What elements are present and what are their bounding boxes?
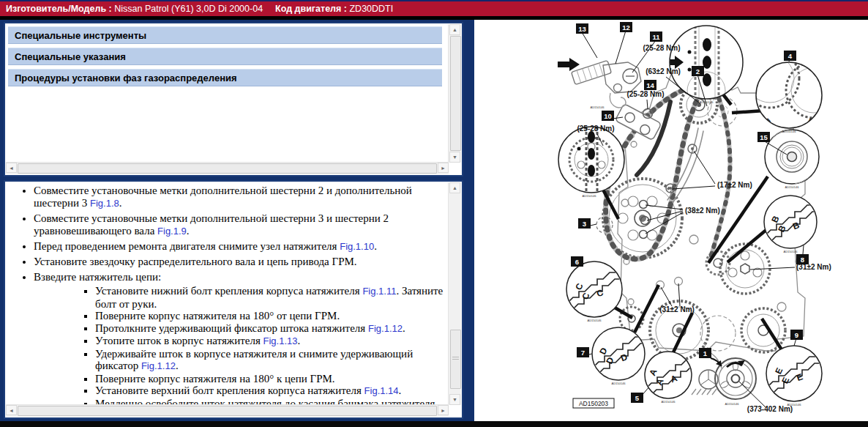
mark-detail-circle-c6: CCC (566, 261, 622, 317)
procedure-panel: Совместите установочные метки дополнител… (4, 180, 463, 419)
step-text: Установите звездочку распределительного … (34, 256, 357, 267)
callout-box-2: 2 (692, 66, 704, 76)
svg-text:AD150146: AD150146 (725, 402, 740, 406)
svg-text:AD150146: AD150146 (784, 250, 798, 253)
scroll-up-arrow-icon[interactable]: ▲ (449, 24, 460, 35)
scroll-right-arrow-icon[interactable]: ► (438, 405, 449, 415)
figure-link[interactable]: Fig.1.9 (157, 226, 187, 237)
svg-text:7: 7 (581, 349, 585, 357)
svg-text:(38±2 Nm): (38±2 Nm) (685, 207, 720, 215)
scrollbar-thumb[interactable] (18, 163, 437, 174)
procedure-step: Совместите установочные метки дополнител… (34, 212, 448, 237)
svg-text:2: 2 (696, 67, 700, 75)
procedure-substep: Установите нижний болт крепления корпуса… (95, 285, 448, 310)
tensioner-detail-art (558, 58, 641, 108)
step-text: Утопите шток в корпус натяжителя (95, 335, 263, 346)
menu-item-special-notes[interactable]: Специальные указания (7, 47, 443, 66)
svg-text:AD150146: AD150146 (700, 100, 714, 104)
step-text: Перед проведением ремонта двигателя сним… (34, 240, 340, 252)
procedure-substep: Поверните корпус натяжителя на 180° от ц… (95, 310, 448, 322)
model-label: Изготовитель/Модель : (6, 4, 112, 14)
scroll-up-arrow-icon[interactable]: ▲ (449, 182, 460, 193)
svg-text:AD150146: AD150146 (583, 194, 597, 198)
svg-text:(25-28 Nm): (25-28 Nm) (626, 90, 664, 98)
procedure-substep: Поверните корпус натяжителя на 180° к це… (95, 373, 448, 385)
timing-diagram-image: A B (474, 20, 868, 421)
svg-text:AD150146: AD150146 (787, 403, 802, 406)
figure-link[interactable]: Fig.1.10 (340, 241, 374, 252)
menu-item-special-tools[interactable]: Специальные инструменты (7, 26, 443, 45)
model-value: Nissan Patrol (Y61) 3,0D Di 2000-04 (114, 4, 263, 14)
gear-mesh-detail-circle-4: A B (741, 49, 842, 128)
mark-detail-circle-c9: EEE (766, 346, 822, 401)
svg-text:3: 3 (583, 220, 586, 228)
bottom-border-bar (0, 421, 868, 427)
step-text: Протолкните удерживающий фиксатор штока … (95, 322, 368, 334)
engine-code-value: ZD30DDTI (349, 4, 393, 14)
svg-text:(31±2 Nm): (31±2 Nm) (796, 263, 831, 271)
svg-text:AD150146: AD150146 (591, 105, 605, 109)
svg-text:9: 9 (795, 331, 798, 339)
app-window: Изготовитель/Модель : Nissan Patrol (Y61… (0, 0, 868, 427)
sections-vertical-scrollbar[interactable]: ▲ ▼ (448, 24, 461, 163)
figure-link[interactable]: Fig.1.14 (364, 385, 399, 396)
svg-text:13: 13 (578, 25, 586, 33)
procedure-vertical-scrollbar[interactable]: ▲ ▼ (448, 182, 461, 405)
crank-pulley-art (699, 358, 756, 399)
scroll-down-arrow-icon[interactable]: ▼ (449, 394, 460, 405)
svg-text:4: 4 (788, 52, 793, 60)
svg-text:(63±2 Nm): (63±2 Nm) (646, 67, 681, 75)
timing-chain-art (606, 87, 730, 260)
scroll-left-arrow-icon[interactable]: ◄ (6, 163, 17, 173)
step-text: . (399, 385, 402, 396)
procedure-substeps: Установите нижний болт крепления корпуса… (34, 285, 448, 405)
svg-text:10: 10 (604, 112, 612, 120)
step-text: Установите нижний болт крепления корпуса… (95, 285, 362, 297)
callout-box-6: 6 (571, 256, 583, 267)
step-text: . (403, 322, 405, 334)
scroll-down-arrow-icon[interactable]: ▼ (449, 152, 460, 163)
callout-box-1: 1 (699, 348, 711, 358)
svg-text:AD150146: AD150146 (785, 185, 800, 189)
figure-link[interactable]: Fig.1.13 (263, 335, 298, 346)
svg-text:12: 12 (622, 23, 630, 31)
callout-box-14: 14 (644, 80, 656, 90)
procedure-substep: Удерживайте шток в корпусе натяжителя и … (95, 348, 448, 373)
procedure-step: Перед проведением ремонта двигателя сним… (34, 240, 448, 253)
scrollbar-thumb[interactable] (18, 406, 437, 416)
procedure-horizontal-scrollbar[interactable]: ◄ ► (6, 404, 449, 417)
svg-text:5: 5 (635, 394, 640, 402)
sections-horizontal-scrollbar[interactable]: ◄ ► (6, 162, 449, 174)
callout-box-4: 4 (784, 51, 796, 61)
svg-text:(17±2 Nm): (17±2 Nm) (717, 181, 752, 189)
scroll-left-arrow-icon[interactable]: ◄ (6, 405, 17, 415)
svg-text:(25-28 Nm): (25-28 Nm) (643, 44, 680, 52)
engine-code-label: Код двигателя : (275, 4, 347, 14)
figure-link[interactable]: Fig.1.12 (141, 360, 176, 371)
plug-detail-circle-15 (765, 130, 819, 184)
step-text: Поверните корпус натяжителя на 180° к це… (95, 373, 335, 385)
figure-link[interactable]: Fig.1.8 (90, 198, 119, 209)
scrollbar-thumb[interactable] (450, 330, 461, 389)
scrollbar-thumb[interactable] (450, 36, 461, 151)
svg-text:AD150146: AD150146 (662, 400, 676, 404)
mark-detail-circle-c8: BBB (764, 196, 818, 248)
procedure-step: Взведите натяжитель цепи:Установите нижн… (34, 271, 448, 405)
callout-box-12: 12 (620, 22, 632, 32)
figure-link[interactable]: Fig.1.11 (362, 286, 396, 297)
callout-box-11: 11 (650, 31, 662, 42)
svg-text:1: 1 (703, 349, 708, 357)
figure-link[interactable]: Fig.1.12 (368, 323, 403, 334)
procedure-text: Совместите установочные метки дополнител… (7, 183, 448, 405)
svg-text:15: 15 (760, 133, 768, 141)
procedure-step: Совместите установочные метки дополнител… (34, 185, 448, 209)
step-text: Установите верхний болт крепления корпус… (95, 385, 364, 396)
sections-panel: Специальные инструменты Специальные указ… (4, 22, 463, 177)
scroll-right-arrow-icon[interactable]: ► (438, 163, 449, 173)
menu-item-timing-procedures[interactable]: Процедуры установки фаз газораспределени… (7, 68, 443, 87)
step-text: Взведите натяжитель цепи: (34, 271, 161, 283)
callout-box-5: 5 (631, 393, 643, 403)
svg-text:AD150146: AD150146 (588, 319, 602, 322)
svg-text:(31±2 Nm): (31±2 Nm) (659, 305, 695, 313)
svg-text:(373-402 Nm): (373-402 Nm) (747, 405, 793, 413)
